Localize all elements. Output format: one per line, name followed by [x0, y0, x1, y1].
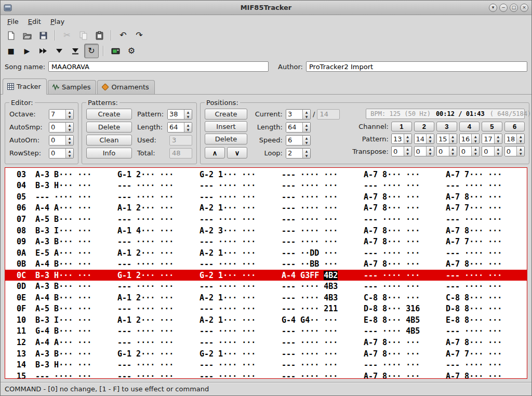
spin-value[interactable]: 0 — [49, 136, 65, 145]
pattern-cell[interactable]: A-7 7··· ··· — [446, 237, 527, 246]
pattern-cell[interactable]: --- ···· ··· — [282, 338, 364, 347]
channel-button-3[interactable]: 3 — [436, 122, 457, 131]
position-up-button[interactable]: ∧ — [205, 147, 225, 159]
channel-pattern-spinbox-5[interactable]: 17▲▼ — [482, 134, 502, 144]
pattern-cell[interactable]: A-7 8··· ··· — [364, 203, 446, 213]
spin-value[interactable]: 18 — [505, 134, 517, 143]
menu-file[interactable]: File — [3, 16, 23, 27]
spin-value[interactable]: 64 — [168, 123, 184, 132]
spin-value[interactable]: 0 — [415, 147, 427, 156]
spin-down-icon[interactable]: ▼ — [495, 151, 502, 156]
pattern-row-0F[interactable]: 0FA-5 B··· ···--- ···· ···--- ···· ···--… — [5, 303, 527, 315]
settings-button[interactable]: ⚙ — [124, 44, 139, 58]
octave-spinbox[interactable]: 7▲▼ — [49, 109, 74, 120]
play-pattern-button[interactable] — [36, 44, 50, 58]
spin-up-icon[interactable]: ▲ — [404, 134, 411, 139]
pattern-cell[interactable]: C-8 8··· ··· — [446, 293, 527, 302]
pattern-cell[interactable]: --- ···· ··· — [282, 215, 364, 224]
spin-down-icon[interactable]: ▼ — [66, 140, 73, 145]
pattern-row-07[interactable]: 07A-5 B··· ···--- ···· ···--- ···· ···--… — [5, 214, 527, 225]
channel-button-1[interactable]: 1 — [391, 122, 412, 131]
channel-pattern-spinbox-4[interactable]: 16▲▼ — [459, 134, 480, 144]
pattern-cell[interactable]: E-5 A··· ··· — [35, 248, 117, 258]
pattern-cell[interactable]: --- ···· ··· — [117, 304, 200, 313]
delete-pattern-button[interactable]: Delete — [86, 122, 132, 133]
spin-down-icon[interactable]: ▼ — [472, 151, 479, 156]
spin-up-icon[interactable]: ▲ — [303, 110, 310, 114]
pattern-cell[interactable]: --- ···· ··· — [200, 282, 282, 291]
spin-up-icon[interactable]: ▲ — [495, 134, 502, 139]
pattern-cell[interactable]: --- ···· ··· — [282, 326, 364, 336]
pattern-row-0D[interactable]: 0DA-3 B··· ···--- ···· ···--- ···· ···--… — [5, 281, 527, 292]
cut-button[interactable]: ✂ — [60, 28, 74, 43]
spin-up-icon[interactable]: ▲ — [66, 136, 73, 140]
pattern-cell[interactable]: --- ···· ··· — [446, 326, 527, 336]
spin-value[interactable]: 2 — [286, 149, 302, 158]
spin-value[interactable]: 7 — [49, 110, 65, 119]
pattern-cell[interactable]: --- ···· ··· — [282, 226, 364, 235]
pattern-cell[interactable]: --- ···· ··· — [282, 360, 364, 369]
spin-down-icon[interactable]: ▼ — [404, 151, 411, 156]
spin-up-icon[interactable]: ▲ — [303, 149, 310, 153]
spin-down-icon[interactable]: ▼ — [66, 114, 73, 119]
pattern-cell[interactable]: --- ···· ··· — [117, 181, 200, 190]
insert-position-button[interactable]: Insert — [205, 121, 247, 132]
pattern-length-spinbox[interactable]: 64▲▼ — [167, 122, 192, 133]
spin-value[interactable]: 64 — [286, 123, 302, 132]
pattern-cell[interactable]: --- ···· ··· — [446, 215, 527, 224]
pattern-row-06[interactable]: 06A-4 A··· ···A-1 2··· ···A-2 1··· ···--… — [5, 203, 527, 214]
spin-value[interactable]: 16 — [460, 134, 472, 143]
open-button[interactable] — [20, 28, 34, 43]
spin-up-icon[interactable]: ▲ — [449, 147, 457, 151]
pattern-cell[interactable]: A-4 A··· ··· — [35, 203, 117, 213]
loop-toggle-button[interactable]: ↻ — [84, 44, 99, 58]
pattern-row-14[interactable]: 14B-3 H··· ···--- ···· ···--- ···· ···--… — [5, 359, 527, 371]
channel-button-5[interactable]: 5 — [482, 122, 502, 131]
spin-down-icon[interactable]: ▼ — [517, 151, 524, 156]
pattern-cell[interactable]: --- ···· ··· — [446, 248, 527, 258]
pattern-cell[interactable]: --- ···· ··· — [117, 237, 200, 246]
new-button[interactable] — [4, 28, 18, 43]
spin-down-icon[interactable]: ▼ — [66, 127, 73, 132]
spin-value[interactable]: 13 — [392, 134, 404, 143]
pattern-cell[interactable]: A-7 8··· ··· — [446, 259, 527, 269]
pattern-cell[interactable]: A-4 B··· ··· — [35, 259, 117, 269]
pattern-cell[interactable]: E-8 8··· ··· — [446, 315, 527, 325]
pattern-cell[interactable]: --- ···· ··· — [200, 360, 282, 369]
pattern-cell[interactable]: D-8 8··· ··· — [446, 304, 527, 313]
pattern-cell[interactable]: A-7 8··· ··· — [446, 226, 527, 235]
pattern-cell[interactable]: --- ··DD ··· — [282, 248, 364, 258]
pattern-cell[interactable]: --- ···· ··· — [200, 192, 282, 202]
pattern-cell[interactable]: --- ···· ··· — [117, 372, 200, 379]
pattern-cell[interactable]: --- ···· ··· — [364, 248, 446, 258]
paste-button[interactable] — [92, 28, 107, 43]
pattern-cell[interactable]: B-3 H··· ··· — [35, 360, 117, 369]
pattern-cell[interactable]: --- ···· ··· — [364, 282, 446, 291]
spin-down-icon[interactable]: ▼ — [449, 151, 457, 156]
pattern-cell[interactable]: --- ···· ··· — [200, 326, 282, 336]
channel-pattern-spinbox-1[interactable]: 13▲▼ — [391, 134, 412, 144]
copy-button[interactable] — [76, 28, 90, 43]
pattern-cell[interactable]: A-1 2··· ··· — [117, 315, 200, 325]
create-position-button[interactable]: Create — [205, 109, 247, 120]
spin-up-icon[interactable]: ▲ — [472, 134, 479, 139]
spin-down-icon[interactable]: ▼ — [427, 151, 434, 156]
positions-length-spinbox[interactable]: 64▲▼ — [286, 122, 311, 133]
pattern-cell[interactable]: G-1 2··· ··· — [117, 170, 200, 179]
pattern-cell[interactable]: A-2 1··· ··· — [200, 293, 282, 302]
spin-down-icon[interactable]: ▼ — [184, 127, 192, 132]
shade-button[interactable]: ▾ — [489, 4, 497, 12]
pattern-cell[interactable]: A-5 B··· ··· — [35, 304, 117, 313]
transpose-spinbox-6[interactable]: 0▲▼ — [504, 146, 525, 156]
undo-button[interactable]: ↶ — [116, 28, 130, 43]
transpose-spinbox-3[interactable]: 0▲▼ — [436, 146, 457, 156]
pattern-cell[interactable]: A-3 B··· ··· — [35, 237, 117, 246]
tab-ornaments[interactable]: Ornaments — [97, 80, 154, 94]
spin-value[interactable]: 0 — [482, 147, 494, 156]
info-pattern-button[interactable]: Info — [86, 148, 132, 159]
pattern-cell[interactable]: A-2 1··· ··· — [200, 315, 282, 325]
pattern-cell[interactable]: --- ···· ··· — [200, 372, 282, 379]
pattern-cell[interactable]: D-8 8··· 316 — [364, 304, 446, 313]
pattern-cell[interactable]: B-3 H··· ··· — [35, 271, 117, 280]
pattern-cell[interactable]: A-7 8··· ··· — [364, 372, 446, 379]
